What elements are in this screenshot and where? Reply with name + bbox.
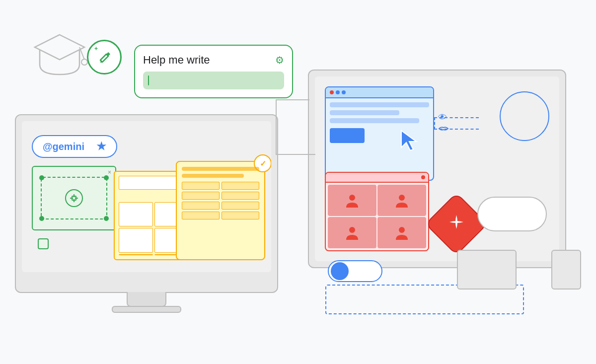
yellow-data-rows: [182, 182, 259, 219]
browser-content-line-2: [330, 118, 419, 123]
svg-marker-5: [401, 131, 416, 150]
help-write-input-field[interactable]: [143, 72, 284, 89]
toggle-knob: [331, 262, 349, 280]
graduation-cap: [30, 30, 89, 86]
eye-icon: 👁: [438, 112, 447, 123]
svg-point-12: [81, 59, 87, 65]
corner-handle-tr: [104, 175, 109, 180]
face-outline-circle: [500, 91, 549, 141]
yellow-cell-1: [119, 202, 153, 227]
cursor-pointer: [399, 129, 419, 155]
browser-dot-1: [336, 90, 340, 94]
yellow-card-overlay: ✓: [176, 161, 265, 260]
gear-icon[interactable]: ⚙: [275, 54, 284, 66]
help-me-write-panel[interactable]: Help me write ⚙: [134, 45, 293, 98]
speech-bubble: [477, 197, 547, 231]
corner-handle-tl: [39, 175, 44, 180]
video-close-button[interactable]: [421, 175, 425, 179]
video-call-grid: [325, 172, 429, 251]
browser-blue-button[interactable]: [330, 128, 365, 143]
text-cursor: [148, 75, 149, 85]
video-cell-1: [328, 185, 376, 216]
video-cell-3: [328, 217, 376, 248]
corner-handle-bl: [39, 216, 44, 221]
yellow-cell-3: [119, 228, 153, 253]
yellow-line-2: [182, 174, 244, 178]
left-monitor: @gemini ★ ×: [15, 114, 278, 293]
screenshot-crosshair-icon: [65, 189, 83, 207]
plus-icon: +: [94, 45, 98, 52]
yellow-row-cell-1b: [222, 182, 259, 190]
browser-content-line-1: [330, 110, 399, 115]
gemini-diamond-badge: [425, 192, 488, 255]
dashed-line-vertical: [434, 117, 435, 130]
help-write-title-text: Help me write: [143, 54, 210, 67]
connector-line-v: [276, 99, 277, 155]
browser-title-bar: [326, 87, 433, 98]
green-screenshot-widget: ×: [32, 166, 116, 230]
corner-handle-br: [104, 216, 109, 221]
right-monitor-screen: 👁: [315, 76, 559, 261]
svg-point-7: [399, 195, 405, 201]
browser-close-button[interactable]: [330, 90, 334, 94]
gemini-diamond-icon: [447, 213, 465, 235]
yellow-row-cell-4b: [222, 212, 259, 219]
help-write-title-row: Help me write ⚙: [143, 54, 284, 67]
gemini-pill[interactable]: @gemini ★: [32, 135, 117, 158]
yellow-row-cell-3b: [222, 202, 259, 210]
yellow-row-cell-2a: [182, 192, 220, 200]
svg-point-9: [399, 227, 405, 233]
main-scene: @gemini ★ ×: [0, 0, 596, 364]
lips-icon: [438, 125, 449, 133]
green-widget-close-icon[interactable]: ×: [108, 169, 111, 176]
small-device-phone: [551, 250, 581, 290]
connector-line-h2: [276, 99, 309, 100]
video-cell-2: [377, 185, 426, 216]
yellow-line-1: [182, 167, 259, 171]
yellow-cell-5: [119, 254, 153, 255]
video-cells: [326, 183, 428, 250]
yellow-row-cell-2b: [222, 192, 259, 200]
green-pencil-button[interactable]: +: [87, 40, 122, 74]
connector-line-h: [276, 154, 315, 155]
left-monitor-screen: @gemini ★ ×: [22, 121, 271, 272]
yellow-row-cell-4a: [182, 212, 220, 219]
gemini-at-label: @gemini: [43, 141, 84, 152]
yellow-row-cell-1a: [182, 182, 220, 190]
small-device-tablet: [457, 250, 517, 290]
svg-point-6: [349, 195, 355, 201]
right-monitor: 👁: [308, 70, 566, 268]
yellow-row-cell-3a: [182, 202, 220, 210]
svg-point-8: [349, 227, 355, 233]
gemini-star-icon: ★: [96, 140, 106, 153]
video-title-bar: [326, 173, 428, 183]
browser-address-bar: [330, 102, 429, 107]
green-widget-inner: [41, 177, 107, 219]
toggle-switch[interactable]: [328, 260, 382, 282]
monitor-base: [112, 306, 181, 313]
monitor-stand: [127, 292, 166, 307]
green-bottom-square-icon: [38, 238, 49, 249]
video-cell-4: [377, 217, 426, 248]
svg-marker-10: [35, 35, 84, 60]
browser-dot-2: [342, 90, 346, 94]
